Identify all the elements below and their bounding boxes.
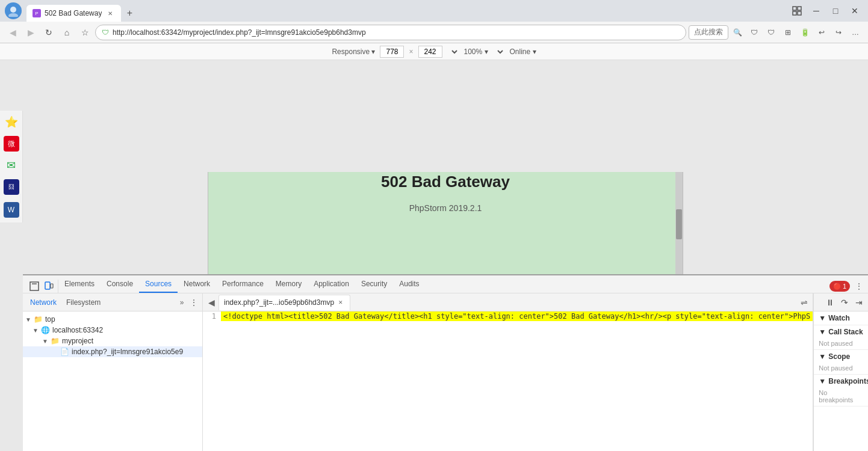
page-preview: 502 Bad Gateway PhpStorm 2019.2.1 ⠿ [23,172,868,274]
breakpoints-section: ▼ Breakpoints No breakpoints [814,375,868,407]
search-bar[interactable]: 点此搜索 [689,25,728,40]
code-line-1: 1 <!doctype html><title>502 Bad Gateway<… [203,311,813,322]
history-forward[interactable]: ↪ [831,25,846,40]
tab-console[interactable]: Console [101,276,139,293]
svg-rect-9 [51,284,53,288]
tab-performance[interactable]: Performance [216,276,270,293]
nav-search-button[interactable]: 🔍 [730,25,745,40]
tree-label-myproject: myproject [62,337,93,345]
shield-green-button[interactable]: 🛡 [746,25,762,40]
scope-content: Not paused [814,363,868,374]
tab-application[interactable]: Application [308,276,355,293]
right-nav-area: 点此搜索 🔍 🛡 🛡 ⊞ 🔋 ↩ ↪ … [689,25,863,40]
editor-tab-close[interactable]: ✕ [336,298,345,307]
tab-memory[interactable]: Memory [270,276,308,293]
tab-elements[interactable]: Elements [58,276,101,293]
sidebar-actions-menu[interactable]: ⋮ [188,296,200,308]
address-bar[interactable]: 🛡 http://localhost:63342/myproject/index… [95,25,686,40]
viewport-width-input[interactable] [380,46,404,58]
scrollbar-thumb-vertical [676,209,682,239]
watch-arrow: ▼ [819,314,826,322]
breakpoints-header[interactable]: ▼ Breakpoints [814,375,868,388]
more-options[interactable]: … [848,25,863,40]
breakpoints-arrow: ▼ [819,377,826,385]
close-button[interactable]: ✕ [846,4,863,17]
pause-resume-button[interactable]: ⏸ [823,296,837,309]
content-area: ⭐ 微 ✉ 囧 W 502 Bad Gateway PhpStorm 2019.… [0,60,868,451]
watch-header[interactable]: ▼ Watch [814,311,868,325]
sidebar-word-icon[interactable]: W [4,202,19,218]
viewport-height-input[interactable] [418,46,442,58]
tab-close-button[interactable]: ✕ [105,8,115,18]
call-stack-label: Call Stack [828,328,863,336]
reload-button[interactable]: ↻ [41,25,57,40]
sidebar-weibo-icon[interactable]: 微 [4,136,19,152]
vertical-scrollbar[interactable] [675,172,683,274]
breakpoints-status: No breakpoints [819,389,853,403]
online-label[interactable]: Online ▾ [510,48,536,56]
devtools-more-button[interactable]: ⋮ [852,280,866,293]
minimize-button[interactable]: ─ [808,4,825,17]
sidebar-app1-icon[interactable]: 囧 [4,179,19,195]
sidebar-tab-more[interactable]: » [176,296,188,308]
expand-panel-button[interactable]: ⇥ [852,296,866,309]
home-button[interactable]: ⌂ [59,25,75,40]
tree-label-indexphp: index.php?_ijt=lmnsgre91akcio5e9 [72,348,183,356]
scope-status: Not paused [819,364,852,372]
history-back[interactable]: ↩ [814,25,829,40]
tab-network[interactable]: Network [178,276,216,293]
zoom-label[interactable]: 100% ▾ [464,48,488,56]
scope-header[interactable]: ▼ Scope [814,350,868,363]
devtools-panel: Elements Console Sources Network Perform… [23,274,868,451]
tab-title: 502 Bad Gateway [45,9,102,17]
sources-file-tree: ▼ 📁 top ▼ 🌐 localhost:63342 [23,311,202,451]
tab-audits[interactable]: Audits [393,276,425,293]
editor-tab-indexphp[interactable]: index.php?_ijt=...io5e9pb6hd3mvp ✕ [219,295,350,310]
sidebar-tab-network[interactable]: Network [25,296,61,309]
call-stack-arrow: ▼ [819,328,826,336]
sidebar-bookmark-icon[interactable]: ⭐ [5,115,18,129]
shield-blue-button[interactable]: 🛡 [763,25,779,40]
network-throttle-select[interactable] [493,47,505,57]
inspect-element-button[interactable] [28,280,41,293]
tree-item-indexphp[interactable]: 📄 index.php?_ijt=lmnsgre91akcio5e9 [23,346,202,357]
maximize-button[interactable]: □ [827,4,844,17]
sidebar-mail-icon[interactable]: ✉ [7,159,16,172]
editor-nav-back[interactable]: ◀ [205,296,217,308]
battery-button[interactable]: 🔋 [797,25,813,40]
apps-button[interactable]: ⊞ [780,25,796,40]
responsive-selector[interactable]: Responsive ▾ [332,48,375,56]
title-bar: P 502 Bad Gateway ✕ + ─ □ ✕ [0,0,868,22]
active-tab[interactable]: P 502 Bad Gateway ✕ [26,5,121,22]
forward-button[interactable]: ▶ [23,25,39,40]
device-mode-button[interactable] [42,280,55,293]
debugger-panel: ⏸ ↷ ⇥ ▼ Watch [813,293,868,451]
watch-section: ▼ Watch [814,311,868,325]
tree-arrow-myproject: ▼ [42,338,48,345]
call-stack-header[interactable]: ▼ Call Stack [814,325,868,339]
tree-item-top[interactable]: ▼ 📁 top [23,314,202,325]
grid-icon [789,4,805,17]
tree-item-myproject[interactable]: ▼ 📁 myproject [23,336,202,346]
zoom-select[interactable] [447,47,459,57]
tab-bar: P 502 Bad Gateway ✕ + [26,0,779,22]
new-tab-button[interactable]: + [121,5,138,22]
svg-rect-6 [30,282,39,290]
code-content-1[interactable]: <!doctype html><title>502 Bad Gateway</t… [221,311,813,321]
format-toggle-button[interactable]: ⇌ [798,296,810,308]
bookmark-star-button[interactable]: ☆ [77,25,93,40]
device-toolbar: Responsive ▾ × 100% ▾ Online ▾ [0,43,868,60]
tree-arrow-top: ▼ [25,316,31,323]
step-over-button[interactable]: ↷ [838,296,851,309]
error-count-badge: 🔴 1 [829,281,850,292]
nav-bar: ◀ ▶ ↻ ⌂ ☆ 🛡 http://localhost:63342/mypro… [0,22,868,43]
tab-sources[interactable]: Sources [139,276,178,293]
tab-security[interactable]: Security [355,276,393,293]
back-button[interactable]: ◀ [5,25,20,40]
sidebar-tab-filesystem[interactable]: Filesystem [61,296,105,309]
tree-item-host[interactable]: ▼ 🌐 localhost:63342 [23,325,202,336]
breakpoints-content: No breakpoints [814,388,868,406]
devtools-right-controls: 🔴 1 ⋮ [829,280,866,293]
svg-rect-4 [793,11,796,15]
tree-arrow-host: ▼ [33,327,39,334]
